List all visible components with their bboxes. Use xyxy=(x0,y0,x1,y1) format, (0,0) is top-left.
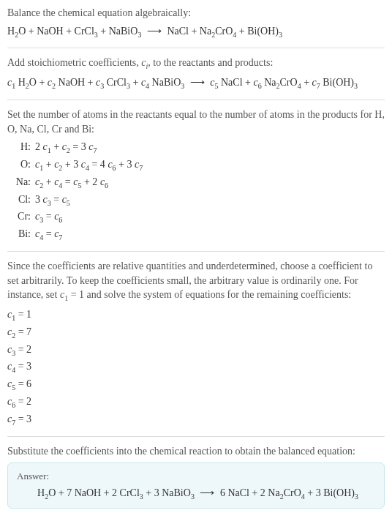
intro-text-4: Since the coefficients are relative quan… xyxy=(7,259,385,304)
atom-equation: c1 + c2 + 3 c4 = 4 c6 + 3 c7 xyxy=(35,157,143,174)
arrow-icon: ⟶ xyxy=(144,26,165,37)
divider xyxy=(7,100,385,100)
section-balance-intro: Balance the chemical equation algebraica… xyxy=(7,6,385,40)
coefficient-row: c5 = 6 xyxy=(7,376,385,394)
balanced-equation: H2O + 7 NaOH + 2 CrCl3 + 3 NaBiO3 ⟶ 6 Na… xyxy=(17,487,375,501)
atom-row: Cl:3 c3 = c5 xyxy=(10,192,385,209)
divider xyxy=(7,251,385,252)
atom-label: H: xyxy=(10,139,35,157)
atom-equation: 3 c3 = c5 xyxy=(35,192,70,209)
coefficient-row: c3 = 2 xyxy=(7,342,385,359)
intro-text-2: Add stoichiometric coefficients, ci, to … xyxy=(7,56,385,72)
coefficient-row: c2 = 7 xyxy=(7,324,385,342)
atom-row: H:2 c1 + c2 = 3 c7 xyxy=(10,139,385,157)
answer-label: Answer: xyxy=(17,471,375,482)
coefficient-list: c1 = 1c2 = 7c3 = 2c4 = 3c5 = 6c6 = 2c7 =… xyxy=(7,307,385,429)
atom-equation: c2 + c4 = c5 + 2 c6 xyxy=(35,174,108,192)
coefficient-row: c1 = 1 xyxy=(7,307,385,324)
atom-row: O:c1 + c2 + 3 c4 = 4 c6 + 3 c7 xyxy=(10,157,385,174)
intro-text-1: Balance the chemical equation algebraica… xyxy=(7,6,385,20)
section-stoichiometric: Add stoichiometric coefficients, ci, to … xyxy=(7,56,385,92)
atom-equation: c3 = c6 xyxy=(35,209,62,226)
coefficient-row: c6 = 2 xyxy=(7,394,385,411)
atom-label: Bi: xyxy=(10,226,35,244)
coefficient-row: c4 = 3 xyxy=(7,359,385,376)
atom-label: Cl: xyxy=(10,192,35,209)
divider xyxy=(7,48,385,48)
section-atom-equations: Set the number of atoms in the reactants… xyxy=(7,108,385,244)
atom-row: Bi:c4 = c7 xyxy=(10,226,385,244)
atom-label: Na: xyxy=(10,174,35,192)
answer-box: Answer: H2O + 7 NaOH + 2 CrCl3 + 3 NaBiO… xyxy=(7,462,385,509)
intro-text-3: Set the number of atoms in the reactants… xyxy=(7,108,385,136)
section-solve: Since the coefficients are relative quan… xyxy=(7,259,385,429)
divider xyxy=(7,436,385,437)
eq1-lhs: H2O + NaOH + CrCl3 + NaBiO3 xyxy=(7,26,141,37)
atom-equation: 2 c1 + c2 = 3 c7 xyxy=(35,139,97,157)
section-substitute: Substitute the coefficients into the che… xyxy=(7,444,385,459)
unbalanced-equation: H2O + NaOH + CrCl3 + NaBiO3 ⟶ NaCl + Na2… xyxy=(7,23,385,41)
eq1-rhs: NaCl + Na2CrO4 + Bi(OH)3 xyxy=(167,26,282,37)
atom-row: Cr:c3 = c6 xyxy=(10,209,385,226)
atom-equation: c4 = c7 xyxy=(35,226,62,244)
atom-row: Na:c2 + c4 = c5 + 2 c6 xyxy=(10,174,385,192)
coefficient-row: c7 = 3 xyxy=(7,411,385,429)
arrow-icon: ⟶ xyxy=(197,487,217,498)
atom-label: O: xyxy=(10,157,35,174)
intro-text-5: Substitute the coefficients into the che… xyxy=(7,444,385,459)
arrow-icon: ⟶ xyxy=(187,77,208,88)
atom-balance-table: H:2 c1 + c2 = 3 c7O:c1 + c2 + 3 c4 = 4 c… xyxy=(10,139,385,244)
stoich-equation: c1 H2O + c2 NaOH + c3 CrCl3 + c4 NaBiO3 … xyxy=(7,75,385,92)
atom-label: Cr: xyxy=(10,209,35,226)
page-content: Balance the chemical equation algebraica… xyxy=(0,0,392,514)
